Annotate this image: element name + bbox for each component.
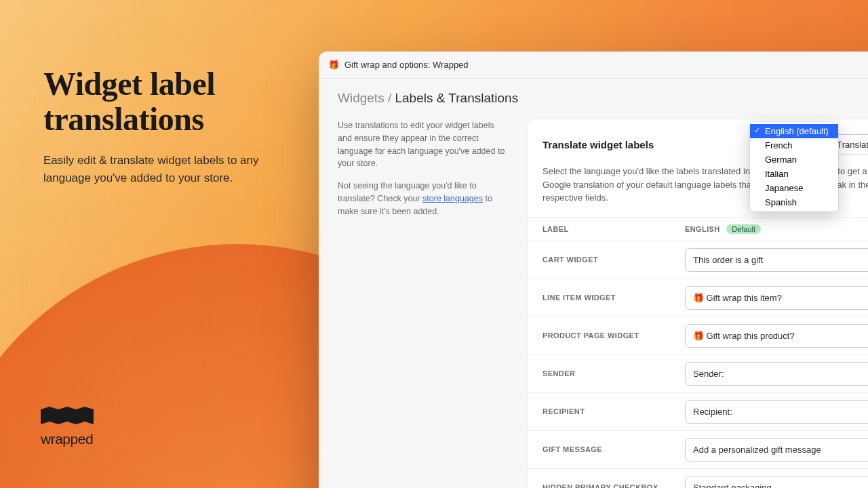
table-row: Line Item Widget: [528, 279, 868, 317]
row-label: Hidden Primary Checkbox: [542, 483, 685, 488]
row-label: Gift Message: [542, 445, 685, 453]
row-label: Cart Widget: [542, 256, 685, 264]
row-label: Sender: [542, 369, 685, 378]
translation-input[interactable]: [685, 362, 868, 386]
breadcrumb-parent[interactable]: Widgets: [338, 91, 384, 105]
help-paragraph-1: Use translations to edit your widget lab…: [338, 119, 507, 170]
marketing-title: Widget label translations: [43, 66, 288, 137]
breadcrumb-sep: /: [384, 91, 395, 105]
row-label: Recipient: [542, 407, 685, 415]
translations-card: Translate widget labels Translate Select…: [528, 119, 868, 488]
titlebar: 🎁 Gift wrap and options: Wrapped: [319, 52, 868, 79]
language-dropdown[interactable]: English (default)FrenchGermanItalianJapa…: [750, 122, 838, 211]
column-header-language: English Default: [685, 225, 761, 233]
brand-logo: wrapped: [41, 407, 94, 447]
language-option[interactable]: Italian: [750, 167, 838, 181]
table-row: Cart Widget: [528, 241, 868, 279]
table-row: Recipient: [528, 392, 868, 430]
row-label: Product Page Widget: [542, 331, 685, 340]
translation-input[interactable]: [685, 324, 868, 348]
translation-input[interactable]: [685, 286, 868, 310]
translation-input[interactable]: [685, 438, 868, 462]
table-row: Sender: [528, 354, 868, 392]
app-icon: 🎁: [328, 60, 339, 70]
translation-input[interactable]: [685, 248, 868, 272]
table-row: Hidden Primary Checkbox: [528, 468, 868, 489]
app-window: 🎁 Gift wrap and options: Wrapped Widgets…: [319, 52, 868, 488]
side-help: Use translations to edit your widget lab…: [338, 119, 507, 488]
breadcrumb: Widgets / Labels & Translations: [338, 91, 868, 106]
breadcrumb-current: Labels & Translations: [395, 91, 518, 105]
translation-input[interactable]: [685, 476, 868, 489]
language-option[interactable]: Spanish: [750, 195, 838, 209]
app-title: Gift wrap and options: Wrapped: [344, 60, 469, 70]
default-badge: Default: [726, 224, 761, 234]
table-row: Gift Message: [528, 430, 868, 468]
row-label: Line Item Widget: [542, 293, 685, 302]
language-option[interactable]: English (default): [750, 124, 838, 138]
language-option[interactable]: Japanese: [750, 181, 838, 195]
language-option[interactable]: French: [750, 138, 838, 152]
column-header-label: Label: [542, 225, 685, 233]
brand-mark-icon: [41, 407, 94, 427]
table-row: Product Page Widget: [528, 317, 868, 354]
brand-name: wrapped: [41, 431, 94, 447]
store-languages-link[interactable]: store languages: [422, 194, 483, 203]
marketing-subtitle: Easily edit & translate widget labels to…: [43, 152, 288, 188]
card-title: Translate widget labels: [542, 139, 654, 150]
help-paragraph-2: Not seeing the language you'd like to tr…: [338, 180, 507, 218]
translation-input[interactable]: [685, 400, 868, 424]
language-option[interactable]: German: [750, 152, 838, 167]
